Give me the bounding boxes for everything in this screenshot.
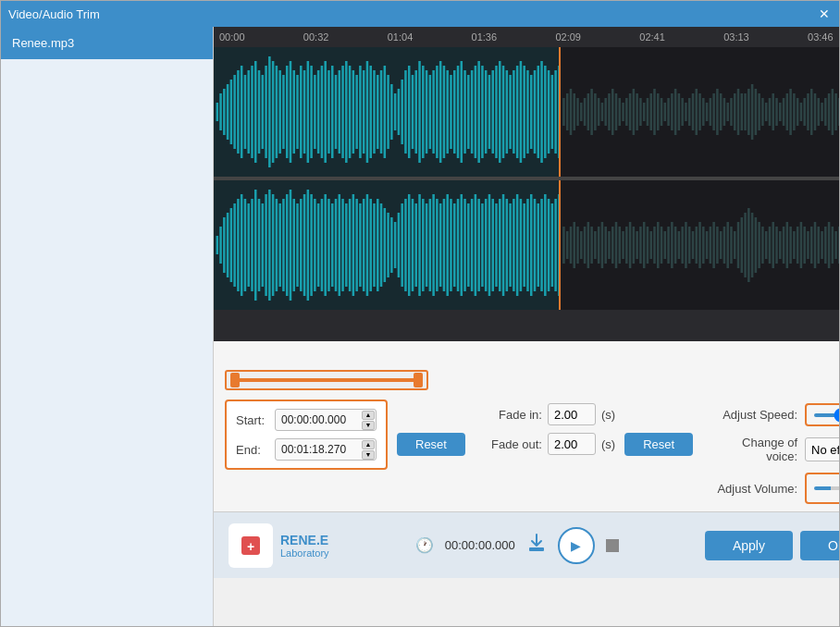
svg-rect-124	[649, 93, 652, 130]
svg-rect-147	[730, 98, 733, 126]
svg-rect-340	[639, 227, 642, 264]
voice-select[interactable]: No effect Robot Chipmunk Deep Voice	[805, 437, 839, 461]
svg-rect-113	[611, 89, 614, 135]
svg-rect-365	[726, 222, 729, 268]
svg-rect-132	[678, 93, 681, 130]
trim-handle-left[interactable]	[230, 373, 240, 387]
ok-button[interactable]: OK	[800, 531, 839, 560]
fade-in-input[interactable]	[548, 403, 596, 425]
svg-rect-178	[838, 98, 839, 126]
svg-rect-152	[747, 89, 750, 135]
play-button[interactable]: ▶	[558, 527, 595, 564]
speed-slider[interactable]	[814, 413, 839, 417]
svg-rect-138	[698, 93, 701, 130]
start-spin-buttons: ▲ ▼	[362, 411, 375, 430]
svg-text:+: +	[247, 539, 254, 554]
controls-row: Start: ▲ ▼ End:	[225, 400, 839, 504]
svg-rect-123	[647, 98, 649, 126]
timeline-header: 00:00 00:32 01:04 01:36 02:09 02:41 03:1…	[217, 31, 839, 43]
apply-button[interactable]: Apply	[705, 531, 793, 560]
volume-slider[interactable]	[814, 486, 839, 490]
svg-rect-135	[688, 98, 691, 126]
fade-out-row: Fade out: (s)	[482, 433, 615, 455]
playback-time: 00:00:00.000	[445, 538, 515, 552]
svg-rect-375	[761, 227, 764, 264]
start-spin-down[interactable]: ▼	[362, 421, 375, 430]
svg-rect-395	[832, 227, 834, 264]
svg-rect-394	[828, 222, 831, 268]
svg-rect-143	[716, 89, 719, 135]
svg-rect-359	[706, 231, 709, 259]
svg-rect-319	[566, 231, 569, 259]
svg-rect-346	[661, 227, 663, 264]
svg-rect-115	[619, 98, 622, 126]
svg-rect-372	[751, 213, 754, 277]
timeline-marker-2: 01:04	[388, 31, 472, 43]
end-spin-down[interactable]: ▼	[362, 450, 375, 460]
playhead-bottom	[559, 180, 561, 310]
timeline-marker-0: 00:00	[219, 31, 303, 43]
svg-rect-329	[601, 222, 604, 268]
svg-rect-139	[702, 98, 705, 126]
svg-rect-379	[775, 227, 778, 264]
svg-rect-127	[661, 98, 663, 126]
svg-rect-324	[584, 227, 587, 264]
fade-reset-wrap: Reset	[624, 400, 693, 456]
timeline-marker-3: 01:36	[472, 31, 556, 43]
svg-rect-110	[601, 103, 604, 121]
sidebar-file-item[interactable]: Renee.mp3	[1, 27, 213, 59]
svg-rect-332	[611, 227, 614, 264]
svg-rect-393	[824, 227, 827, 264]
svg-rect-149	[737, 89, 740, 135]
svg-rect-363	[720, 231, 723, 259]
svg-rect-173	[821, 103, 823, 121]
svg-rect-100	[566, 93, 569, 130]
svg-rect-155	[758, 93, 760, 130]
close-button[interactable]: ✕	[817, 6, 832, 21]
svg-rect-117	[625, 98, 628, 126]
volume-control-box: %	[805, 473, 839, 504]
svg-rect-382	[786, 222, 789, 268]
fade-out-input[interactable]	[548, 433, 596, 455]
volume-label: Adjust Volume:	[710, 482, 797, 496]
trim-handle-right[interactable]	[414, 373, 423, 387]
right-controls: Adjust Speed: 1.00 X ▶ Change of voice:	[710, 400, 839, 504]
svg-rect-157	[765, 103, 768, 121]
svg-rect-351	[678, 231, 681, 259]
svg-rect-322	[576, 227, 579, 264]
start-spin-up[interactable]: ▲	[362, 411, 375, 420]
svg-rect-383	[789, 227, 792, 264]
logo-sub: Laboratory	[280, 547, 329, 559]
svg-rect-128	[664, 103, 667, 121]
svg-rect-321	[573, 222, 575, 268]
svg-rect-176	[832, 89, 834, 135]
svg-rect-122	[643, 103, 646, 121]
svg-rect-377	[769, 227, 772, 264]
svg-rect-338	[633, 227, 636, 264]
svg-rect-374	[758, 222, 760, 268]
fade-reset-button[interactable]: Reset	[624, 433, 693, 456]
svg-rect-331	[608, 231, 611, 259]
trim-reset-button[interactable]: Reset	[397, 433, 465, 456]
end-spin-buttons: ▲ ▼	[362, 440, 375, 460]
svg-rect-141	[710, 98, 712, 126]
svg-rect-376	[765, 231, 768, 259]
end-spin-up[interactable]: ▲	[362, 440, 375, 449]
sidebar: Renee.mp3	[1, 27, 214, 626]
svg-rect-371	[747, 208, 750, 282]
export-button[interactable]	[526, 533, 547, 558]
svg-rect-378	[772, 222, 774, 268]
svg-rect-102	[573, 93, 575, 130]
svg-rect-150	[741, 93, 744, 130]
trim-slider-container[interactable]	[225, 370, 428, 390]
svg-rect-381	[783, 227, 785, 264]
svg-rect-158	[769, 98, 772, 126]
svg-rect-104	[580, 103, 583, 121]
stop-button[interactable]	[606, 539, 619, 552]
svg-rect-164	[789, 89, 792, 135]
svg-rect-101	[570, 89, 573, 135]
svg-rect-358	[702, 227, 705, 264]
svg-rect-364	[723, 227, 726, 264]
svg-rect-118	[629, 93, 632, 130]
svg-rect-103	[576, 98, 579, 126]
